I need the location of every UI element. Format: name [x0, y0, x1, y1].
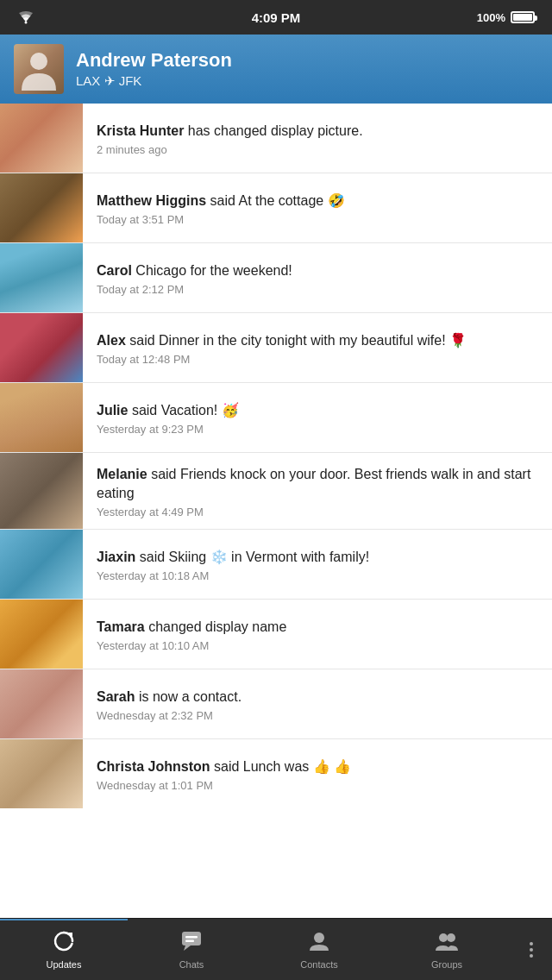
tab-updates[interactable]: Updates [0, 919, 128, 980]
feed-item-christa[interactable]: Christa Johnston said Lunch was 👍 👍Wedne… [0, 739, 552, 808]
contact-name-sarah: Sarah [97, 689, 135, 704]
feed-time-jiaxin: Yesterday at 10:18 AM [97, 569, 540, 582]
feed-item-sarah[interactable]: Sarah is now a contact.Wednesday at 2:32… [0, 669, 552, 739]
feed-time-carol: Today at 2:12 PM [97, 283, 540, 296]
feed-item-julie[interactable]: Julie said Vacation! 🥳Yesterday at 9:23 … [0, 383, 552, 453]
svg-rect-3 [182, 932, 201, 945]
avatar-krista [0, 104, 83, 173]
tab-contacts[interactable]: Contacts [255, 919, 383, 980]
feed-time-tamara: Yesterday at 10:10 AM [97, 639, 540, 652]
avatar-image-christa [0, 739, 83, 808]
feed-content-julie: Julie said Vacation! 🥳Yesterday at 9:23 … [83, 383, 552, 452]
contact-name-krista: Krista Hunter [97, 123, 184, 138]
feed-time-krista: 2 minutes ago [97, 143, 540, 156]
avatar-matthew [0, 173, 83, 242]
avatar-sarah [0, 669, 83, 738]
avatar-image-alex [0, 313, 83, 382]
contact-name-julie: Julie [97, 403, 128, 418]
svg-rect-6 [185, 939, 194, 942]
avatar-alex [0, 313, 83, 382]
contact-name-jiaxin: Jiaxin [97, 550, 135, 564]
feed-time-melanie: Yesterday at 4:49 PM [97, 506, 540, 518]
feed-item-tamara[interactable]: Tamara changed display nameYesterday at … [0, 600, 552, 669]
chats-icon [180, 930, 203, 956]
feed-time-alex: Today at 12:48 PM [97, 353, 540, 366]
feed-item-alex[interactable]: Alex said Dinner in the city tonight wit… [0, 313, 552, 383]
feed-message-sarah: Sarah is now a contact. [97, 688, 540, 707]
avatar-image-krista [0, 104, 83, 173]
avatar-image-jiaxin [0, 530, 83, 599]
svg-point-7 [314, 933, 324, 943]
feed-message-jiaxin: Jiaxin said Skiing ❄️ in Vermont with fa… [97, 548, 540, 567]
status-bar: 4:09 PM 100% [0, 0, 552, 35]
feed-message-alex: Alex said Dinner in the city tonight wit… [97, 331, 540, 350]
battery-icon [511, 11, 535, 23]
feed-content-matthew: Matthew Higgins said At the cottage 🤣Tod… [83, 173, 552, 242]
contact-name-christa: Christa Johnston [97, 759, 210, 774]
wifi-icon [17, 11, 34, 24]
battery-percent: 100% [477, 11, 505, 24]
feed-list: Krista Hunter has changed display pictur… [0, 104, 552, 918]
feed-item-carol[interactable]: Carol Chicago for the weekend!Today at 2… [0, 243, 552, 313]
avatar-christa [0, 739, 83, 808]
contacts-icon [308, 930, 330, 956]
avatar-image-matthew [0, 173, 83, 242]
feed-item-melanie[interactable]: Melanie said Friends knock on your door.… [0, 453, 552, 530]
header-info: Andrew Paterson LAX ✈ JFK [76, 49, 232, 89]
contact-name-melanie: Melanie [97, 467, 147, 481]
feed-time-sarah: Wednesday at 2:32 PM [97, 709, 540, 722]
svg-point-1 [30, 53, 47, 70]
contact-name-matthew: Matthew Higgins [97, 193, 206, 208]
status-right: 100% [477, 11, 535, 24]
tab-chats[interactable]: Chats [128, 919, 255, 980]
feed-content-christa: Christa Johnston said Lunch was 👍 👍Wedne… [83, 739, 552, 808]
feed-message-melanie: Melanie said Friends knock on your door.… [97, 465, 540, 502]
status-time: 4:09 PM [252, 10, 301, 25]
feed-content-krista: Krista Hunter has changed display pictur… [83, 104, 552, 173]
feed-content-sarah: Sarah is now a contact.Wednesday at 2:32… [83, 669, 552, 738]
tab-contacts-label: Contacts [300, 959, 337, 970]
avatar-julie [0, 383, 83, 452]
svg-marker-4 [184, 945, 191, 951]
tab-bar: Updates Chats Contacts [0, 918, 552, 980]
avatar-image-carol [0, 243, 83, 312]
feed-content-jiaxin: Jiaxin said Skiing ❄️ in Vermont with fa… [83, 530, 552, 599]
avatar-carol [0, 243, 83, 312]
header-avatar [14, 44, 64, 94]
feed-message-carol: Carol Chicago for the weekend! [97, 261, 540, 280]
feed-content-tamara: Tamara changed display nameYesterday at … [83, 600, 552, 669]
feed-time-christa: Wednesday at 1:01 PM [97, 779, 540, 792]
groups-icon [436, 930, 458, 956]
contact-name-alex: Alex [97, 333, 126, 348]
avatar-tamara [0, 600, 83, 669]
svg-rect-5 [185, 936, 198, 939]
avatar-image-tamara [0, 600, 83, 669]
tab-chats-label: Chats [179, 959, 204, 970]
feed-content-alex: Alex said Dinner in the city tonight wit… [83, 313, 552, 382]
feed-item-krista[interactable]: Krista Hunter has changed display pictur… [0, 104, 552, 173]
contact-name-tamara: Tamara [97, 619, 145, 634]
avatar-image-sarah [0, 669, 83, 738]
more-dots-icon [530, 942, 533, 958]
profile-header[interactable]: Andrew Paterson LAX ✈ JFK [0, 35, 552, 104]
tab-more[interactable] [511, 919, 552, 980]
updates-icon [53, 930, 75, 956]
svg-point-8 [439, 933, 448, 942]
feed-message-christa: Christa Johnston said Lunch was 👍 👍 [97, 757, 540, 776]
feed-content-melanie: Melanie said Friends knock on your door.… [83, 453, 552, 529]
header-status: LAX ✈ JFK [76, 73, 232, 89]
contact-name-carol: Carol [97, 263, 132, 278]
feed-message-julie: Julie said Vacation! 🥳 [97, 401, 540, 420]
tab-updates-label: Updates [47, 959, 82, 970]
feed-item-matthew[interactable]: Matthew Higgins said At the cottage 🤣Tod… [0, 173, 552, 243]
status-left [17, 11, 34, 24]
feed-item-jiaxin[interactable]: Jiaxin said Skiing ❄️ in Vermont with fa… [0, 530, 552, 600]
avatar-melanie [0, 453, 83, 529]
feed-message-matthew: Matthew Higgins said At the cottage 🤣 [97, 192, 540, 210]
tab-groups[interactable]: Groups [383, 919, 511, 980]
header-avatar-image [14, 44, 64, 94]
svg-point-0 [25, 21, 28, 23]
feed-time-matthew: Today at 3:51 PM [97, 213, 540, 226]
feed-message-tamara: Tamara changed display name [97, 618, 540, 637]
tab-groups-label: Groups [431, 959, 462, 970]
